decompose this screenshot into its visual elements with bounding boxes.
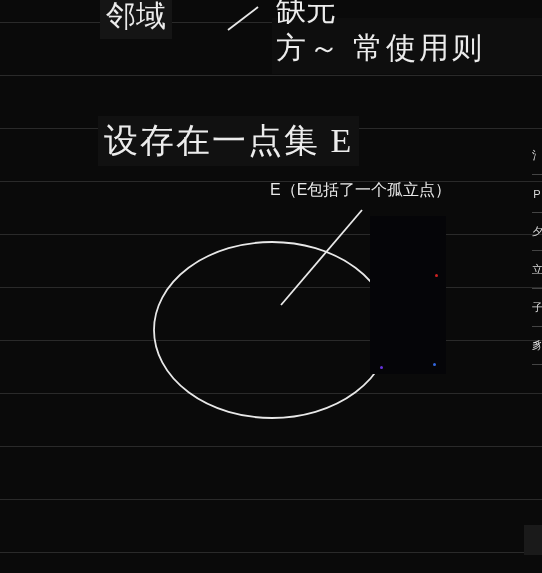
- side-panel: 氵 P 夕 立 子 豸: [532, 137, 542, 365]
- side-item[interactable]: 豸: [532, 327, 542, 365]
- side-item[interactable]: 子: [532, 289, 542, 327]
- side-item[interactable]: 夕: [532, 213, 542, 251]
- dark-rect-overlay[interactable]: [370, 216, 446, 374]
- bottom-right-block: [524, 525, 542, 555]
- side-item[interactable]: 氵: [532, 137, 542, 175]
- connector-line-to-ellipse: [0, 0, 542, 573]
- side-item[interactable]: P: [532, 175, 542, 213]
- svg-line-2: [281, 210, 362, 305]
- side-item[interactable]: 立: [532, 251, 542, 289]
